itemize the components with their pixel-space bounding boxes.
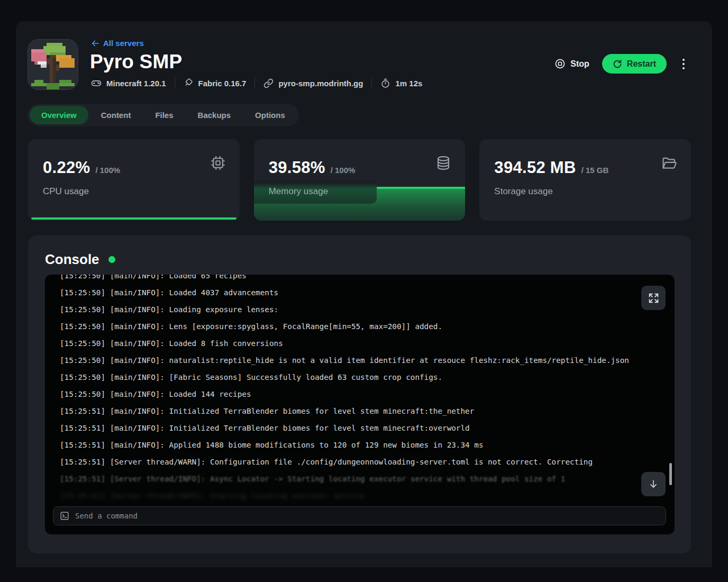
cpu-usage-graph [31, 217, 236, 220]
stats-row: 0.22% / 100% CPU usage 39.58% / 100% Mem [28, 139, 691, 221]
meta-label: 1m 12s [395, 79, 422, 88]
tab-bar: Overview Content Files Backups Options [28, 104, 299, 126]
console-line: [15:25:51] [Server thread/INFO]: Async L… [60, 470, 660, 487]
restart-button[interactable]: Restart [602, 54, 667, 74]
memory-limit: / 100% [331, 166, 356, 175]
restart-button-label: Restart [627, 59, 656, 69]
page-title: Pyro SMP [90, 51, 182, 73]
scroll-to-bottom-button[interactable] [641, 472, 666, 496]
console-line: [15:25:51] [main/INFO]: Initialized Terr… [60, 420, 660, 436]
arrow-down-icon [648, 479, 659, 489]
meta-label: Minecraft 1.20.1 [106, 79, 166, 88]
console-line: [15:25:50] [main/INFO]: Loading exposure… [60, 301, 660, 318]
tab-files[interactable]: Files [143, 106, 185, 124]
console-card: Console [15:25:50] [main/INFO]: Loaded 6… [28, 235, 691, 553]
storage-label: Storage usage [494, 186, 553, 197]
kebab-icon [683, 59, 685, 61]
more-options-button[interactable] [679, 57, 688, 71]
memory-usage-card: 39.58% / 100% Memory usage [254, 139, 466, 221]
storage-usage-card: 394.52 MB / 15 GB Storage usage [479, 139, 691, 221]
tab-options[interactable]: Options [243, 106, 297, 124]
server-panel: All servers Pyro SMP Minecraft 1.20.1 Fa… [16, 21, 712, 567]
server-meta-row: Minecraft 1.20.1 Fabric 0.16.7 pyro-smp.… [91, 77, 422, 89]
command-input-box [53, 506, 666, 525]
tree-pixel-art [28, 40, 78, 89]
meta-domain[interactable]: pyro-smp.modrinth.gg [263, 78, 363, 88]
console-log: [15:25:50] [main/INFO]: Loaded 65 recipe… [45, 275, 675, 504]
console-line: [15:25:50] [main/INFO]: Loaded 65 recipe… [60, 275, 660, 284]
fullscreen-button[interactable] [641, 286, 666, 310]
divider [175, 77, 175, 89]
cpu-usage-card: 0.22% / 100% CPU usage [28, 139, 240, 221]
console-line: [15:25:50] [main/INFO]: Loaded 4037 adva… [60, 284, 660, 301]
memory-value: 39.58% [269, 158, 325, 177]
header-actions: Stop Restart [554, 54, 688, 74]
arrow-left-icon [91, 39, 99, 48]
meta-label: Fabric 0.16.7 [198, 79, 247, 88]
memory-label: Memory usage [269, 186, 328, 197]
command-input[interactable] [75, 512, 659, 520]
stopwatch-icon [380, 78, 390, 88]
tab-content[interactable]: Content [89, 106, 143, 124]
cpu-icon [210, 155, 226, 173]
restart-icon [613, 59, 622, 69]
stop-button[interactable]: Stop [554, 58, 589, 69]
meta-uptime: 1m 12s [380, 78, 422, 88]
console-scrollbar-thumb[interactable] [669, 463, 672, 485]
meta-loader: Fabric 0.16.7 [184, 78, 247, 88]
server-avatar [28, 39, 78, 90]
tab-backups[interactable]: Backups [186, 106, 243, 124]
console-line: [15:25:50] [main/INFO]: Loaded 8 fish co… [60, 335, 660, 352]
console-line: [15:25:50] [main/INFO]: Loaded 144 recip… [60, 386, 660, 403]
online-status-dot [108, 256, 115, 263]
link-icon [263, 78, 274, 88]
stop-icon [554, 58, 566, 69]
back-link-label: All servers [103, 39, 144, 48]
console-line: [15:25:51] [main/INFO]: Applied 1488 bio… [60, 436, 660, 453]
gamepad-icon [91, 78, 102, 88]
meta-game-version: Minecraft 1.20.1 [91, 78, 166, 88]
expand-icon [648, 293, 659, 304]
stop-button-label: Stop [570, 59, 589, 69]
console-line: [15:25:50] [main/INFO]: naturalist:repti… [60, 352, 660, 369]
console-terminal: [15:25:50] [main/INFO]: Loaded 65 recipe… [45, 275, 675, 534]
divider [371, 77, 372, 89]
back-to-all-servers-link[interactable]: All servers [91, 39, 144, 48]
storage-limit: / 15 GB [581, 166, 609, 175]
database-icon [435, 155, 451, 173]
console-line: [15:25:50] [main/INFO]: [Fabric Seasons]… [60, 369, 660, 386]
console-line: [15:25:50] [main/INFO]: Lens [exposure:s… [60, 318, 660, 335]
console-line: [15:25:51] [main/INFO]: Initialized Terr… [60, 403, 660, 420]
loader-icon [184, 78, 194, 88]
cpu-value: 0.22% [43, 158, 90, 177]
folder-open-icon [661, 155, 677, 174]
console-title: Console [45, 251, 99, 268]
console-line: [15:25:51] [Server thread/INFO]: Startin… [60, 487, 660, 504]
cpu-label: CPU usage [43, 186, 89, 197]
divider [254, 77, 255, 89]
terminal-icon [60, 511, 69, 521]
storage-value: 394.52 MB [494, 158, 576, 177]
console-line: [15:25:51] [Server thread/WARN]: Configu… [60, 453, 660, 470]
meta-label: pyro-smp.modrinth.gg [278, 79, 363, 88]
cpu-limit: / 100% [95, 166, 120, 175]
tab-overview[interactable]: Overview [30, 106, 88, 124]
